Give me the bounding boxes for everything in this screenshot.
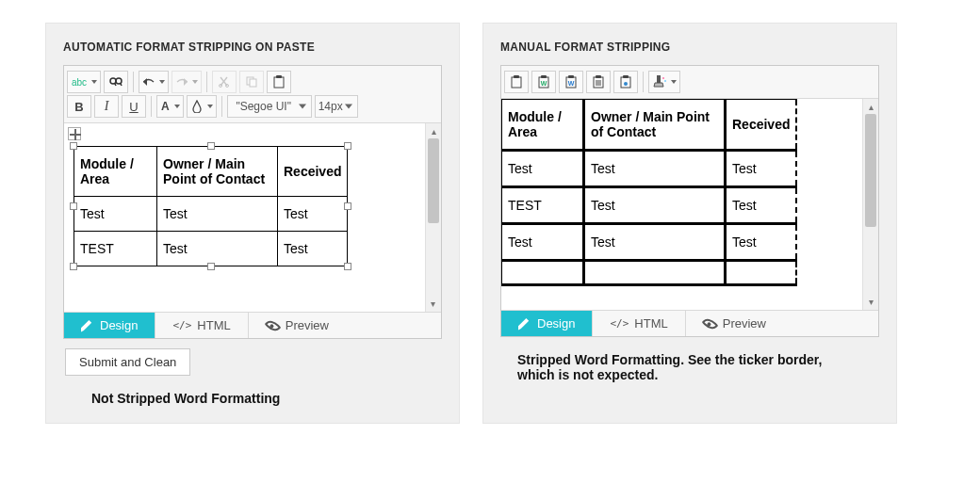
- table-cell[interactable]: Test: [584, 187, 726, 224]
- scroll-up-icon[interactable]: ▴: [428, 125, 440, 137]
- scroll-thumb[interactable]: [428, 138, 439, 223]
- view-label: HTML: [634, 316, 667, 331]
- content-table[interactable]: Module / Area Owner / Main Point of Cont…: [501, 99, 797, 286]
- move-handle-icon[interactable]: [68, 127, 81, 140]
- svg-rect-18: [568, 75, 574, 78]
- fontsize-select[interactable]: 14px: [315, 95, 358, 118]
- scroll-down-icon[interactable]: ▾: [865, 296, 877, 308]
- scrollbar[interactable]: ▴ ▾: [862, 99, 878, 310]
- scroll-up-icon[interactable]: ▴: [865, 101, 877, 113]
- eye-icon: [701, 315, 718, 332]
- paste-plain-icon[interactable]: [586, 71, 611, 93]
- table-cell[interactable]: [726, 261, 797, 285]
- view-label: Design: [537, 316, 575, 331]
- svg-rect-12: [512, 77, 521, 88]
- submit-clean-button[interactable]: Submit and Clean: [65, 348, 190, 376]
- table-header[interactable]: Owner / Main Point of Contact: [157, 147, 278, 197]
- panel-title: AUTOMATIC FORMAT STRIPPING ON PASTE: [63, 40, 442, 54]
- table-header[interactable]: Module / Area: [501, 99, 584, 151]
- view-html[interactable]: </> HTML: [155, 313, 248, 338]
- spellcheck-button[interactable]: abc: [67, 71, 101, 93]
- table-cell[interactable]: [501, 261, 584, 285]
- table-cell[interactable]: Test: [584, 224, 726, 261]
- table-cell[interactable]: Test: [278, 232, 348, 266]
- resize-handle[interactable]: [344, 202, 351, 210]
- resize-handle[interactable]: [207, 263, 215, 270]
- table-row: TEST Test Test: [501, 187, 796, 224]
- table-cell[interactable]: TEST: [501, 187, 584, 224]
- italic-button[interactable]: I: [94, 95, 119, 118]
- svg-rect-9: [250, 79, 256, 87]
- resize-handle[interactable]: [207, 142, 215, 150]
- bold-button[interactable]: B: [67, 95, 91, 118]
- view-preview[interactable]: Preview: [686, 311, 783, 336]
- table-header[interactable]: Owner / Main Point of Contact: [584, 99, 726, 151]
- scroll-thumb[interactable]: [865, 114, 876, 227]
- table-cell[interactable]: Test: [157, 197, 278, 232]
- underline-button[interactable]: U: [122, 95, 146, 118]
- scrollbar[interactable]: ▴ ▾: [425, 123, 441, 312]
- code-icon: </>: [172, 319, 191, 331]
- view-design[interactable]: Design: [64, 313, 155, 338]
- table-cell[interactable]: Test: [501, 224, 584, 261]
- undo-button[interactable]: [139, 71, 169, 93]
- resize-handle[interactable]: [344, 142, 351, 150]
- forecolor-button[interactable]: A: [156, 95, 184, 118]
- resize-handle[interactable]: [70, 202, 77, 210]
- table-header[interactable]: Module / Area: [74, 147, 157, 197]
- copy-icon[interactable]: [239, 71, 264, 93]
- table-cell[interactable]: [584, 261, 726, 285]
- code-icon: </>: [610, 317, 629, 330]
- table-cell[interactable]: Test: [278, 197, 348, 232]
- view-html[interactable]: </> HTML: [593, 311, 685, 336]
- editor-canvas[interactable]: Module / Area Owner / Main Point of Cont…: [501, 99, 862, 310]
- redo-button[interactable]: [172, 71, 202, 93]
- svg-rect-15: [541, 75, 547, 78]
- pencil-icon: [518, 317, 531, 331]
- scroll-down-icon[interactable]: ▾: [427, 298, 439, 310]
- paste-word-icon[interactable]: W: [531, 71, 556, 93]
- paste-word-alt-icon[interactable]: W: [559, 71, 583, 93]
- editor-canvas[interactable]: Module / Area Owner / Main Point of Cont…: [64, 123, 425, 312]
- resize-handle[interactable]: [70, 263, 77, 270]
- table-cell[interactable]: Test: [501, 151, 584, 187]
- svg-rect-26: [623, 75, 629, 78]
- table-cell[interactable]: Test: [157, 232, 278, 266]
- backcolor-button[interactable]: [187, 95, 217, 118]
- eye-icon: [264, 317, 281, 334]
- table-cell[interactable]: Test: [74, 197, 157, 232]
- format-stripper-button[interactable]: [648, 71, 680, 93]
- resize-handle[interactable]: [344, 263, 351, 270]
- table-row: Test Test Test: [501, 151, 796, 187]
- find-icon[interactable]: [104, 71, 128, 93]
- paste-html-icon[interactable]: [613, 71, 638, 93]
- resize-handle[interactable]: [70, 142, 77, 150]
- table-cell[interactable]: Test: [726, 187, 797, 224]
- view-label: Design: [100, 318, 138, 332]
- svg-text:W: W: [568, 80, 575, 87]
- view-label: Preview: [286, 318, 329, 332]
- svg-point-30: [664, 80, 666, 82]
- content-table[interactable]: Module / Area Owner / Main Point of Cont…: [74, 146, 348, 266]
- table-cell[interactable]: Test: [726, 224, 797, 261]
- table-header[interactable]: Received: [726, 99, 797, 151]
- table-cell[interactable]: Test: [584, 151, 726, 187]
- view-label: Preview: [723, 316, 766, 331]
- viewbar: Design </> HTML Preview: [64, 312, 441, 338]
- table-cell[interactable]: TEST: [74, 232, 157, 266]
- view-preview[interactable]: Preview: [249, 313, 346, 338]
- table-row: TEST Test Test: [74, 232, 348, 266]
- table-header[interactable]: Received: [278, 147, 348, 197]
- table-cell[interactable]: Test: [726, 151, 797, 187]
- svg-point-29: [662, 77, 664, 79]
- editor-left: abc: [63, 65, 442, 339]
- cut-icon[interactable]: [212, 71, 237, 93]
- fontname-select[interactable]: "Segoe UI": [227, 95, 312, 118]
- table-row: Test Test Test: [501, 224, 796, 261]
- paste-icon[interactable]: [267, 71, 291, 93]
- viewbar: Design </> HTML Preview: [501, 310, 878, 336]
- toolbar: W W: [501, 66, 878, 99]
- paste-icon[interactable]: [504, 71, 529, 93]
- panel-title: MANUAL FORMAT STRIPPING: [500, 40, 879, 54]
- view-design[interactable]: Design: [501, 311, 593, 336]
